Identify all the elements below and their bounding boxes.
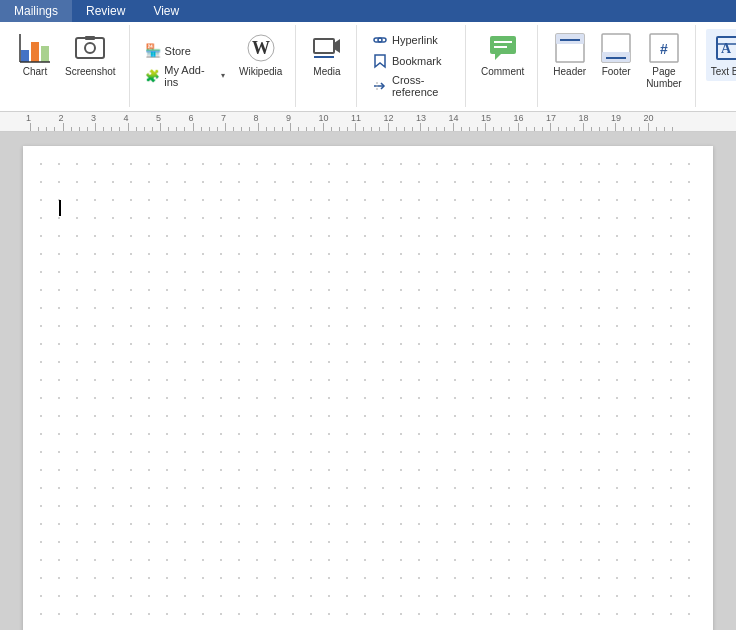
hyperlink-label: Hyperlink	[392, 34, 438, 46]
media-button[interactable]: Media	[306, 29, 348, 81]
pagenumber-label: Page Number	[646, 66, 682, 90]
comment-label: Comment	[481, 66, 524, 78]
headerfooter-group: Header Footer #	[540, 25, 695, 107]
ruler-inner: 1234567891011121314151617181920	[0, 112, 736, 131]
illustrations-group: Chart Screenshot	[6, 25, 130, 107]
comment-group: Comment	[468, 25, 538, 107]
media-icon	[311, 32, 343, 64]
page[interactable]	[23, 146, 713, 630]
footer-label: Footer	[602, 66, 631, 78]
svg-rect-5	[76, 38, 104, 58]
screenshot-icon	[74, 32, 106, 64]
textbox-button[interactable]: A Text Box	[706, 29, 736, 81]
header-label: Header	[553, 66, 586, 78]
svg-rect-7	[85, 36, 95, 40]
links-group: Hyperlink Bookmark	[359, 25, 466, 107]
tab-view[interactable]: View	[139, 0, 193, 22]
textbox-label: Text Box	[711, 66, 736, 78]
wikipedia-label: Wikipedia	[239, 66, 282, 78]
svg-text:W: W	[252, 38, 270, 58]
crossref-button[interactable]: Cross-reference	[367, 72, 457, 100]
header-icon	[554, 32, 586, 64]
ruler: 1234567891011121314151617181920	[0, 112, 736, 132]
pagenumber-button[interactable]: # Page Number	[641, 29, 687, 93]
tab-mailings[interactable]: Mailings	[0, 0, 72, 22]
media-label: Media	[313, 66, 340, 78]
textbox-icon: A	[714, 32, 736, 64]
screenshot-button[interactable]: Screenshot	[60, 29, 121, 81]
chart-button[interactable]: Chart	[14, 29, 56, 81]
wikipedia-icon: W	[245, 32, 277, 64]
comment-icon	[487, 32, 519, 64]
crossref-icon	[372, 78, 388, 94]
svg-marker-13	[375, 55, 385, 67]
footer-button[interactable]: Footer	[595, 29, 637, 81]
store-icon: 🏪	[145, 43, 161, 59]
header-button[interactable]: Header	[548, 29, 591, 81]
comment-button[interactable]: Comment	[476, 29, 529, 81]
ribbon: Chart Screenshot 🏪	[0, 22, 736, 112]
screenshot-label: Screenshot	[65, 66, 116, 78]
hyperlink-button[interactable]: Hyperlink	[367, 30, 457, 50]
dot-paper	[23, 146, 713, 630]
store-button[interactable]: 🏪 Store	[140, 41, 231, 61]
svg-marker-17	[495, 54, 501, 60]
document-area	[0, 132, 736, 630]
addins-icon: 🧩	[145, 68, 161, 84]
chart-label: Chart	[23, 66, 47, 78]
tab-review[interactable]: Review	[72, 0, 139, 22]
myadd-ins-label: My Add-ins	[164, 64, 217, 88]
addins-group: 🏪 Store 🧩 My Add-ins ▾ W Wik	[132, 25, 296, 107]
bookmark-button[interactable]: Bookmark	[367, 51, 457, 71]
svg-point-6	[85, 43, 95, 53]
svg-rect-10	[314, 39, 334, 53]
svg-rect-1	[31, 42, 39, 62]
bookmark-icon	[372, 53, 388, 69]
svg-text:#: #	[660, 41, 668, 57]
pagenumber-icon: #	[648, 32, 680, 64]
bookmark-label: Bookmark	[392, 55, 442, 67]
svg-rect-2	[41, 46, 49, 62]
svg-rect-16	[490, 36, 516, 54]
wikipedia-button[interactable]: W Wikipedia	[234, 29, 287, 81]
myadd-ins-button[interactable]: 🧩 My Add-ins ▾	[140, 62, 231, 90]
text-cursor	[59, 200, 61, 216]
chart-icon	[19, 32, 51, 64]
store-label: Store	[165, 45, 191, 57]
crossref-label: Cross-reference	[392, 74, 452, 98]
svg-rect-0	[21, 50, 29, 62]
textbox-group: A Text Box	[698, 25, 736, 107]
media-group: Media	[298, 25, 357, 107]
hyperlink-icon	[372, 32, 388, 48]
tab-bar: Mailings Review View	[0, 0, 736, 22]
footer-icon	[600, 32, 632, 64]
